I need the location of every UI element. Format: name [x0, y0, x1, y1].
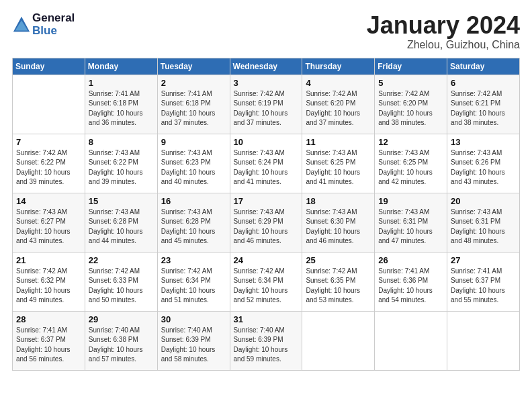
- day-number: 8: [89, 137, 154, 147]
- day-info: Sunrise: 7:42 AM Sunset: 6:33 PM Dayligh…: [89, 267, 154, 306]
- day-number: 17: [234, 196, 300, 206]
- day-info: Sunrise: 7:43 AM Sunset: 6:24 PM Dayligh…: [234, 148, 300, 187]
- day-info: Sunrise: 7:43 AM Sunset: 6:22 PM Dayligh…: [89, 148, 154, 187]
- page: General Blue January 2024 Zhelou, Guizho…: [0, 0, 532, 411]
- calendar-week-3: 14Sunrise: 7:43 AM Sunset: 6:27 PM Dayli…: [13, 193, 520, 252]
- calendar-cell: 24Sunrise: 7:42 AM Sunset: 6:34 PM Dayli…: [230, 252, 302, 311]
- calendar-cell: 30Sunrise: 7:40 AM Sunset: 6:39 PM Dayli…: [157, 311, 230, 370]
- day-number: 29: [89, 314, 154, 324]
- day-number: 18: [306, 196, 371, 206]
- day-number: 9: [161, 137, 227, 147]
- day-number: 2: [161, 78, 227, 88]
- day-info: Sunrise: 7:43 AM Sunset: 6:25 PM Dayligh…: [378, 148, 444, 187]
- calendar-week-2: 7Sunrise: 7:42 AM Sunset: 6:22 PM Daylig…: [13, 134, 520, 193]
- calendar-cell: 15Sunrise: 7:43 AM Sunset: 6:28 PM Dayli…: [85, 193, 157, 252]
- day-info: Sunrise: 7:42 AM Sunset: 6:32 PM Dayligh…: [16, 267, 82, 306]
- day-number: 25: [306, 255, 371, 265]
- day-number: 4: [306, 78, 371, 88]
- day-info: Sunrise: 7:41 AM Sunset: 6:37 PM Dayligh…: [451, 267, 517, 306]
- day-number: 23: [161, 255, 227, 265]
- day-number: 16: [161, 196, 227, 206]
- day-info: Sunrise: 7:40 AM Sunset: 6:39 PM Dayligh…: [161, 326, 227, 365]
- calendar-cell: 8Sunrise: 7:43 AM Sunset: 6:22 PM Daylig…: [85, 134, 157, 193]
- day-number: 13: [451, 137, 517, 147]
- day-number: 26: [378, 255, 444, 265]
- day-number: 24: [234, 255, 300, 265]
- day-number: 14: [16, 196, 82, 206]
- day-info: Sunrise: 7:43 AM Sunset: 6:25 PM Dayligh…: [306, 148, 371, 187]
- calendar-cell: 16Sunrise: 7:43 AM Sunset: 6:28 PM Dayli…: [157, 193, 230, 252]
- day-info: Sunrise: 7:41 AM Sunset: 6:37 PM Dayligh…: [16, 326, 82, 365]
- calendar-cell: 25Sunrise: 7:42 AM Sunset: 6:35 PM Dayli…: [302, 252, 375, 311]
- day-info: Sunrise: 7:43 AM Sunset: 6:26 PM Dayligh…: [451, 148, 517, 187]
- col-tuesday: Tuesday: [157, 58, 230, 75]
- day-number: 19: [378, 196, 444, 206]
- calendar-cell: 26Sunrise: 7:41 AM Sunset: 6:36 PM Dayli…: [375, 252, 447, 311]
- calendar-cell: 1Sunrise: 7:41 AM Sunset: 6:18 PM Daylig…: [85, 75, 157, 134]
- calendar-cell: [302, 311, 375, 370]
- day-number: 20: [451, 196, 517, 206]
- day-number: 27: [451, 255, 517, 265]
- day-info: Sunrise: 7:43 AM Sunset: 6:28 PM Dayligh…: [89, 208, 154, 246]
- day-number: 12: [378, 137, 444, 147]
- col-thursday: Thursday: [302, 58, 375, 75]
- title-block: January 2024 Zhelou, Guizhou, China: [367, 12, 520, 51]
- day-number: 3: [234, 78, 300, 88]
- calendar-cell: 28Sunrise: 7:41 AM Sunset: 6:37 PM Dayli…: [13, 311, 85, 370]
- calendar-cell: 2Sunrise: 7:41 AM Sunset: 6:18 PM Daylig…: [157, 75, 230, 134]
- day-info: Sunrise: 7:42 AM Sunset: 6:34 PM Dayligh…: [234, 267, 300, 306]
- day-info: Sunrise: 7:41 AM Sunset: 6:18 PM Dayligh…: [161, 89, 227, 128]
- calendar-cell: 17Sunrise: 7:43 AM Sunset: 6:29 PM Dayli…: [230, 193, 302, 252]
- calendar-cell: 10Sunrise: 7:43 AM Sunset: 6:24 PM Dayli…: [230, 134, 302, 193]
- calendar-cell: 9Sunrise: 7:43 AM Sunset: 6:23 PM Daylig…: [157, 134, 230, 193]
- location: Zhelou, Guizhou, China: [367, 39, 520, 51]
- calendar-week-5: 28Sunrise: 7:41 AM Sunset: 6:37 PM Dayli…: [13, 311, 520, 370]
- calendar-cell: 5Sunrise: 7:42 AM Sunset: 6:20 PM Daylig…: [375, 75, 447, 134]
- calendar-cell: [447, 311, 520, 370]
- logo-text: General Blue: [32, 12, 75, 37]
- calendar-cell: 27Sunrise: 7:41 AM Sunset: 6:37 PM Dayli…: [447, 252, 520, 311]
- calendar-cell: 19Sunrise: 7:43 AM Sunset: 6:31 PM Dayli…: [375, 193, 447, 252]
- calendar-week-1: 1Sunrise: 7:41 AM Sunset: 6:18 PM Daylig…: [13, 75, 520, 134]
- day-number: 1: [89, 78, 154, 88]
- calendar-cell: 3Sunrise: 7:42 AM Sunset: 6:19 PM Daylig…: [230, 75, 302, 134]
- day-number: 7: [16, 137, 82, 147]
- calendar-cell: 29Sunrise: 7:40 AM Sunset: 6:38 PM Dayli…: [85, 311, 157, 370]
- col-monday: Monday: [85, 58, 157, 75]
- calendar-cell: 21Sunrise: 7:42 AM Sunset: 6:32 PM Dayli…: [13, 252, 85, 311]
- day-info: Sunrise: 7:43 AM Sunset: 6:28 PM Dayligh…: [161, 208, 227, 246]
- calendar-cell: 6Sunrise: 7:42 AM Sunset: 6:21 PM Daylig…: [447, 75, 520, 134]
- calendar-cell: 31Sunrise: 7:40 AM Sunset: 6:39 PM Dayli…: [230, 311, 302, 370]
- day-info: Sunrise: 7:43 AM Sunset: 6:23 PM Dayligh…: [161, 148, 227, 187]
- logo: General Blue: [12, 12, 75, 37]
- day-number: 5: [378, 78, 444, 88]
- calendar-cell: 22Sunrise: 7:42 AM Sunset: 6:33 PM Dayli…: [85, 252, 157, 311]
- calendar-table: Sunday Monday Tuesday Wednesday Thursday…: [12, 58, 520, 371]
- day-info: Sunrise: 7:42 AM Sunset: 6:22 PM Dayligh…: [16, 148, 82, 187]
- day-number: 28: [16, 314, 82, 324]
- col-saturday: Saturday: [447, 58, 520, 75]
- day-info: Sunrise: 7:42 AM Sunset: 6:19 PM Dayligh…: [234, 89, 300, 128]
- day-info: Sunrise: 7:42 AM Sunset: 6:34 PM Dayligh…: [161, 267, 227, 306]
- day-info: Sunrise: 7:43 AM Sunset: 6:31 PM Dayligh…: [451, 208, 517, 246]
- day-number: 21: [16, 255, 82, 265]
- day-info: Sunrise: 7:42 AM Sunset: 6:20 PM Dayligh…: [306, 89, 371, 128]
- calendar-cell: 7Sunrise: 7:42 AM Sunset: 6:22 PM Daylig…: [13, 134, 85, 193]
- day-info: Sunrise: 7:43 AM Sunset: 6:31 PM Dayligh…: [378, 208, 444, 246]
- calendar-cell: [13, 75, 85, 134]
- calendar-cell: 23Sunrise: 7:42 AM Sunset: 6:34 PM Dayli…: [157, 252, 230, 311]
- calendar-cell: 4Sunrise: 7:42 AM Sunset: 6:20 PM Daylig…: [302, 75, 375, 134]
- day-number: 22: [89, 255, 154, 265]
- day-info: Sunrise: 7:40 AM Sunset: 6:38 PM Dayligh…: [89, 326, 154, 365]
- col-friday: Friday: [375, 58, 447, 75]
- day-info: Sunrise: 7:40 AM Sunset: 6:39 PM Dayligh…: [234, 326, 300, 365]
- day-number: 31: [234, 314, 300, 324]
- month-title: January 2024: [367, 12, 520, 39]
- day-info: Sunrise: 7:41 AM Sunset: 6:36 PM Dayligh…: [378, 267, 444, 306]
- day-info: Sunrise: 7:43 AM Sunset: 6:27 PM Dayligh…: [16, 208, 82, 246]
- col-sunday: Sunday: [13, 58, 85, 75]
- day-number: 10: [234, 137, 300, 147]
- logo-icon: [12, 15, 31, 34]
- day-info: Sunrise: 7:42 AM Sunset: 6:20 PM Dayligh…: [378, 89, 444, 128]
- header-row: Sunday Monday Tuesday Wednesday Thursday…: [13, 58, 520, 75]
